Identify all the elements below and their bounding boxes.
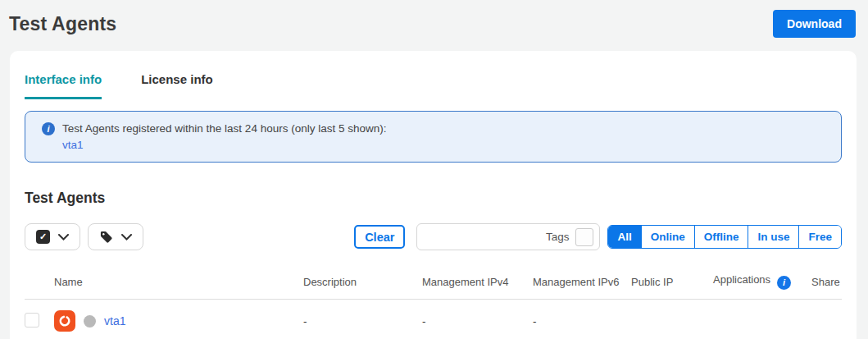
tags-label: Tags (546, 231, 570, 243)
filter-free[interactable]: Free (798, 226, 841, 248)
cell-share (811, 300, 842, 339)
chevron-down-icon (58, 234, 69, 241)
table-header-row: Name Description Management IPv4 Managem… (25, 273, 842, 300)
tab-interface-info[interactable]: Interface info (25, 72, 102, 99)
download-button[interactable]: Download (773, 10, 856, 38)
filter-all[interactable]: All (608, 226, 640, 248)
cell-management-ipv4: - (422, 300, 533, 339)
column-header-applications[interactable]: Applicationsi (713, 273, 811, 300)
row-checkbox[interactable] (25, 313, 39, 328)
column-header-management-ipv6[interactable]: Management IPv6 (533, 273, 631, 300)
banner-message: Test Agents registered within the last 2… (62, 121, 386, 137)
column-header-name[interactable]: Name (54, 273, 303, 300)
column-header-management-ipv4[interactable]: Management IPv4 (422, 273, 533, 300)
test-agents-page: Test Agents Download Interface info Lice… (0, 0, 868, 339)
info-banner: i Test Agents registered within the last… (25, 111, 842, 163)
tab-license-info[interactable]: License info (141, 72, 213, 99)
content-card: Interface info License info i Test Agent… (10, 51, 857, 339)
banner-text: Test Agents registered within the last 2… (62, 121, 386, 153)
applications-info-icon[interactable]: i (777, 276, 791, 290)
tags-filter-box: Tags (416, 223, 600, 250)
page-header: Test Agents Download (0, 0, 868, 48)
status-offline-icon (84, 315, 96, 328)
tags-input[interactable] (425, 231, 545, 243)
agent-link[interactable]: vta1 (104, 314, 125, 328)
tags-icon (99, 230, 113, 244)
table-row: vta1 - - - (25, 300, 842, 339)
cell-public-ip (631, 300, 713, 339)
virtual-agent-icon (54, 310, 75, 332)
tags-dropdown[interactable] (88, 223, 143, 250)
cell-applications (713, 300, 811, 339)
chevron-down-icon (121, 234, 132, 241)
cell-management-ipv6: - (533, 300, 631, 339)
banner-agent-link[interactable]: vta1 (62, 137, 84, 153)
checkbox-checked-icon: ✓ (36, 230, 50, 244)
info-icon: i (42, 122, 55, 135)
column-header-share[interactable]: Share (811, 273, 842, 300)
column-header-public-ip[interactable]: Public IP (631, 273, 713, 300)
bulk-select-dropdown[interactable]: ✓ (25, 223, 80, 250)
header-checkbox-spacer (25, 273, 54, 300)
cell-description: - (303, 300, 422, 339)
tab-bar: Interface info License info (25, 72, 842, 99)
filter-offline[interactable]: Offline (694, 226, 748, 248)
filter-in-use[interactable]: In use (748, 226, 798, 248)
column-header-description[interactable]: Description (303, 273, 422, 300)
status-filter-group: All Online Offline In use Free (607, 225, 842, 249)
toolbar: ✓ Clear Tags All Online Offline In use F… (25, 223, 842, 250)
test-agents-table: Name Description Management IPv4 Managem… (25, 273, 842, 339)
clear-button[interactable]: Clear (354, 225, 405, 249)
agent-name-cell: vta1 (54, 310, 303, 332)
page-title: Test Agents (9, 13, 116, 35)
tags-checkbox[interactable] (575, 228, 593, 246)
section-title: Test Agents (25, 190, 842, 207)
filter-online[interactable]: Online (641, 226, 694, 248)
